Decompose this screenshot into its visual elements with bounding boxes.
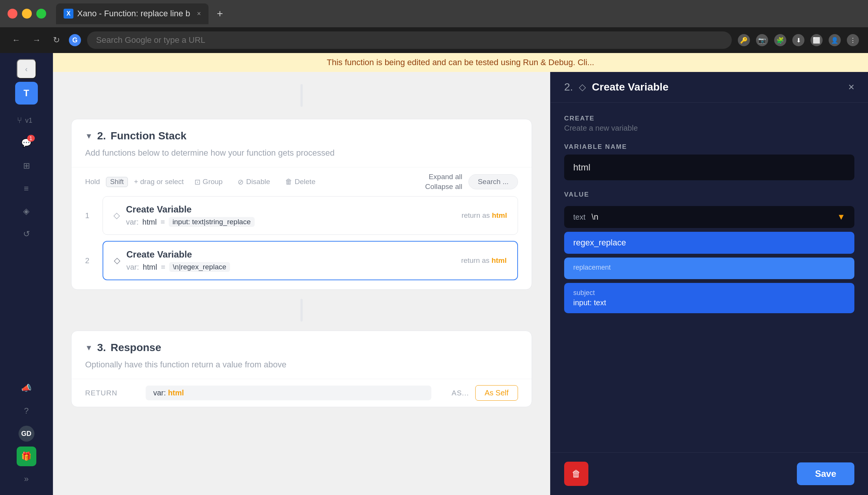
group-button[interactable]: ⊡ Group: [190, 175, 227, 189]
sidebar-item-list[interactable]: ≡: [17, 179, 36, 198]
create-section: CREATE Create a new variable: [564, 115, 854, 133]
left-sidebar: ‹ T ⑂ v1 💬 1 ⊞ ≡ ◈ ↺ 📣 ? G: [0, 53, 53, 495]
toolbar: Hold Shift + drag or select ⊡ Group ⊘ Di…: [72, 167, 532, 196]
window-close-button[interactable]: [8, 9, 17, 19]
delete-button[interactable]: 🗑 Delete: [281, 175, 320, 188]
variable-name-field: VARIABLE NAME: [564, 143, 854, 180]
expand-all-button[interactable]: Expand all: [429, 172, 462, 182]
response-section: ▼ 3. Response Optionally have this funct…: [71, 331, 532, 407]
address-bar[interactable]: [87, 31, 732, 49]
tag-icon-1: ◇: [114, 211, 120, 220]
diamond-icon: ◈: [23, 206, 30, 216]
history-icon: ↺: [23, 229, 30, 239]
search-button[interactable]: Search ...: [468, 174, 518, 189]
google-icon: G: [69, 34, 81, 46]
disable-icon: ⊘: [238, 178, 244, 186]
active-tab[interactable]: X Xano - Function: replace line b ×: [56, 3, 208, 24]
sidebar-expand-button[interactable]: »: [17, 469, 36, 489]
password-icon[interactable]: 🔑: [738, 34, 750, 46]
function-card-1[interactable]: ◇ Create Variable var: html = input: t: [103, 196, 518, 235]
return-var[interactable]: var: html: [146, 386, 431, 400]
panel-close-button[interactable]: ×: [848, 81, 854, 93]
regex-option[interactable]: regex_replace: [564, 232, 854, 254]
dropdown-icon[interactable]: ▼: [837, 212, 845, 222]
sidebar-item-megaphone[interactable]: 📣: [17, 378, 36, 398]
profile-icon[interactable]: 👤: [829, 34, 841, 46]
function-list: 1 ◇ Create Variable var: html: [72, 196, 532, 289]
tab-title: Xano - Function: replace line b: [77, 9, 190, 19]
panel-tag-icon: ◇: [579, 82, 586, 92]
megaphone-icon: 📣: [21, 383, 31, 393]
value-section: VALUE text \n ▼ regex_replace replacemen…: [564, 191, 854, 313]
menu-icon[interactable]: ⋮: [847, 34, 859, 46]
section-chevron[interactable]: ▼: [85, 132, 93, 141]
new-tab-button[interactable]: +: [212, 6, 227, 21]
value-select[interactable]: text \n ▼: [564, 206, 854, 228]
tab-favicon: X: [64, 9, 73, 19]
expand-icon: »: [24, 474, 28, 484]
function-stack-section: ▼ 2. Function Stack Add functions below …: [71, 119, 532, 290]
camera-icon[interactable]: 📷: [756, 34, 768, 46]
as-self-button[interactable]: As Self: [475, 385, 518, 401]
notification-bar: This function is being edited and can be…: [53, 53, 868, 72]
back-button[interactable]: ←: [9, 34, 23, 47]
panel-body: CREATE Create a new variable VARIABLE NA…: [551, 103, 868, 452]
function-row-2: 2 ◇ Create Variable var: html: [85, 241, 518, 280]
tag-icon-2: ◇: [114, 256, 120, 265]
sidebar-item-user[interactable]: GD: [17, 424, 36, 443]
sidebar-item-grid[interactable]: ⊞: [17, 156, 36, 176]
disable-button[interactable]: ⊘ Disable: [233, 175, 274, 189]
window-maximize-button[interactable]: [36, 9, 46, 19]
delete-icon: 🗑: [285, 178, 292, 186]
function-row-1: 1 ◇ Create Variable var: html: [85, 196, 518, 235]
list-icon: ≡: [24, 184, 29, 194]
tab-close-button[interactable]: ×: [197, 10, 201, 18]
right-panel: 2. ◇ Create Variable × CREATE Create a n…: [550, 72, 868, 495]
user-initials: GD: [19, 426, 34, 442]
variable-name-input[interactable]: [564, 155, 854, 180]
panel-header: 2. ◇ Create Variable ×: [551, 72, 868, 103]
branch-icon: ⑂: [17, 116, 22, 125]
window-icon[interactable]: ⬜: [810, 34, 823, 46]
divider-top: [300, 84, 303, 107]
sidebar-item-help[interactable]: ?: [17, 401, 36, 421]
return-row: RETURN var: html AS... As Self: [72, 379, 532, 407]
function-card-2[interactable]: ◇ Create Variable var: html = \n|regex: [103, 241, 518, 280]
sidebar-item-history[interactable]: ↺: [17, 224, 36, 244]
trash-icon: 🗑: [572, 468, 581, 479]
avatar[interactable]: T: [15, 82, 38, 105]
panel-footer: 🗑 Save: [551, 452, 868, 495]
sidebar-item-gift[interactable]: 🎁: [17, 447, 36, 466]
content-area: ▼ 2. Function Stack Add functions below …: [53, 72, 550, 495]
collapse-all-button[interactable]: Collapse all: [425, 182, 462, 192]
save-button[interactable]: Save: [797, 462, 854, 485]
subject-option[interactable]: subject input: text: [564, 283, 854, 313]
sidebar-item-diamond[interactable]: ◈: [17, 201, 36, 221]
delete-variable-button[interactable]: 🗑: [564, 462, 588, 486]
refresh-button[interactable]: ↻: [50, 34, 63, 47]
help-icon: ?: [24, 406, 28, 416]
sidebar-item-branch[interactable]: ⑂ v1: [17, 111, 36, 130]
gift-icon: 🎁: [21, 451, 31, 461]
divider-mid: [300, 299, 303, 322]
grid-icon: ⊞: [23, 161, 30, 171]
sidebar-item-chat[interactable]: 💬 1: [17, 133, 36, 153]
forward-button[interactable]: →: [30, 34, 44, 47]
download-icon[interactable]: ⬇: [792, 34, 804, 46]
window-minimize-button[interactable]: [22, 9, 32, 19]
extension-icon[interactable]: 🧩: [774, 34, 786, 46]
group-icon: ⊡: [194, 178, 201, 186]
response-chevron[interactable]: ▼: [85, 344, 93, 352]
sidebar-collapse-button[interactable]: ‹: [17, 59, 36, 79]
replacement-option[interactable]: replacement: [564, 258, 854, 279]
